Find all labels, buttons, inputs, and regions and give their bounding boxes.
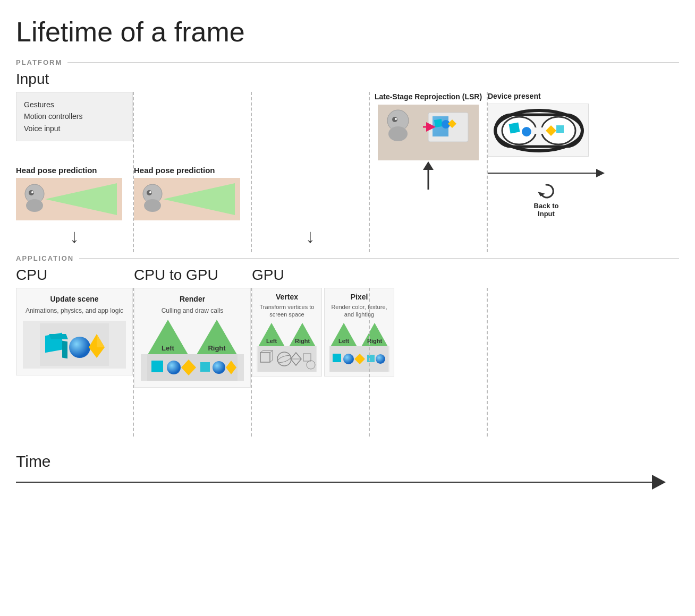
pixel-left-label: Left (338, 338, 349, 344)
svg-point-51 (213, 361, 225, 374)
vertex-triangles: Left Right (257, 323, 317, 344)
input-item-1: Gestures (24, 99, 125, 110)
col-lsr: Late-Stage Reprojection (LSR) (370, 92, 487, 160)
svg-rect-42 (62, 340, 67, 358)
input-item-2: Motion controllers (24, 110, 125, 122)
cpu-objects (23, 321, 126, 369)
gpu-cards: Vertex Transform vertices to screen spac… (252, 288, 369, 377)
head-pose-label-1: Head pose prediction (16, 166, 133, 175)
svg-point-43 (69, 337, 90, 358)
device-right-arrow (488, 169, 605, 177)
render-tri-left: Left (145, 320, 191, 352)
svg-point-11 (395, 118, 397, 120)
svg-point-35 (149, 191, 151, 193)
back-to-input-text: Back to Input (534, 202, 559, 218)
svg-point-68 (343, 354, 354, 364)
col-input: Gestures Motion controllers Voice input (16, 92, 133, 160)
head-pose-label-2: Head pose prediction (134, 166, 251, 175)
cpu-card: Update scene Animations, physics, and ap… (16, 288, 133, 375)
col-device-arrow: Back to Input (488, 160, 605, 220)
lsr-image (378, 105, 479, 160)
render-objects-svg (147, 354, 238, 381)
head-pose-img-1 (16, 178, 122, 220)
cpu-card-title: Update scene (50, 295, 98, 303)
col-gpu-top (252, 92, 369, 160)
svg-point-71 (376, 354, 385, 364)
pixel-triangles: Left Right (329, 323, 389, 344)
app-divider-3 (369, 288, 370, 437)
pixel-tri-right: Right (360, 323, 389, 344)
vertex-tri-right: Right (287, 323, 317, 344)
empty-lsr-arrow (488, 220, 605, 252)
render-tri-right: Right (193, 320, 240, 352)
vertex-left-label: Left (266, 338, 277, 344)
svg-rect-67 (333, 354, 341, 362)
input-title: Input (16, 71, 679, 88)
svg-marker-37 (423, 161, 434, 170)
render-triangles: Left Right (145, 320, 240, 352)
svg-point-33 (144, 199, 161, 212)
lsr-title: Late-Stage Reprojection (LSR) (375, 92, 482, 101)
lsr-svg (378, 105, 479, 160)
svg-point-19 (522, 127, 531, 136)
svg-point-9 (388, 126, 408, 141)
svg-rect-4 (434, 119, 443, 127)
device-label: Device present (488, 92, 541, 100)
vertex-right-label: Right (295, 338, 310, 344)
svg-rect-47 (151, 361, 163, 372)
col-input-pose: Head pose prediction (16, 160, 133, 220)
app-cards-row: Update scene Animations, physics, and ap… (16, 288, 679, 437)
main-title: Lifetime of a frame (16, 16, 679, 48)
svg-rect-21 (556, 125, 564, 133)
arrow-down-2: ↓ (252, 220, 369, 252)
time-line (16, 482, 652, 483)
input-box: Gestures Motion controllers Voice input (16, 92, 133, 141)
head-pose-svg-1 (16, 178, 122, 220)
pixel-card-desc: Render color, texture, and lighting (329, 303, 389, 319)
cpu-objects-svg (27, 323, 122, 366)
pixel-card-title: Pixel (351, 293, 368, 301)
svg-point-26 (26, 199, 43, 212)
svg-rect-41 (49, 334, 68, 339)
time-section: Time (16, 452, 679, 490)
svg-marker-38 (538, 189, 545, 196)
svg-point-28 (31, 191, 33, 193)
col-gpu-pose-empty (252, 160, 369, 220)
time-label: Time (16, 452, 679, 470)
svg-rect-17 (532, 127, 546, 134)
vertex-tri-left: Left (257, 323, 286, 344)
time-arrow-row (16, 475, 666, 490)
application-section-label: APPLICATION (16, 254, 679, 262)
vertex-wireframes (257, 346, 317, 372)
render-card-title: Render (180, 295, 205, 303)
refresh-icon (537, 182, 556, 201)
back-to-input: Back to Input (534, 182, 559, 218)
render-card-desc: Culling and draw calls (162, 306, 224, 315)
goggles-svg (488, 104, 589, 157)
diagram-grid: Gestures Motion controllers Voice input … (16, 92, 679, 252)
svg-point-48 (167, 361, 181, 374)
svg-rect-53 (258, 346, 316, 372)
empty-gpu-arrow (370, 220, 487, 252)
pixel-tri-left: Left (329, 323, 359, 344)
vertex-card-desc: Transform vertices to screen space (257, 303, 317, 319)
col-cpu-gpu-top (134, 92, 251, 160)
platform-section-label: PLATFORM (16, 58, 679, 66)
page-container: Lifetime of a frame PLATFORM Input Gestu… (0, 0, 695, 500)
input-item-3: Voice input (24, 123, 125, 134)
render-left-label: Left (162, 344, 174, 352)
vertex-card: Vertex Transform vertices to screen spac… (252, 288, 322, 377)
gpu-header: GPU (252, 267, 369, 284)
time-arrowhead (652, 475, 666, 490)
col-cpu-gpu-pose: Head pose prediction (134, 160, 251, 220)
svg-rect-50 (200, 362, 210, 372)
vertex-card-title: Vertex (276, 293, 298, 301)
cpu-gpu-header: CPU to GPU (134, 267, 251, 284)
col-headers-row: CPU CPU to GPU GPU (16, 267, 679, 284)
vertex-wire-svg (258, 346, 316, 372)
pixel-objects (329, 346, 389, 372)
render-objects (141, 354, 244, 381)
pixel-objects-svg (330, 346, 388, 372)
head-pose-img-2 (134, 178, 240, 220)
render-card: Render Culling and draw calls Left Right (134, 288, 251, 388)
